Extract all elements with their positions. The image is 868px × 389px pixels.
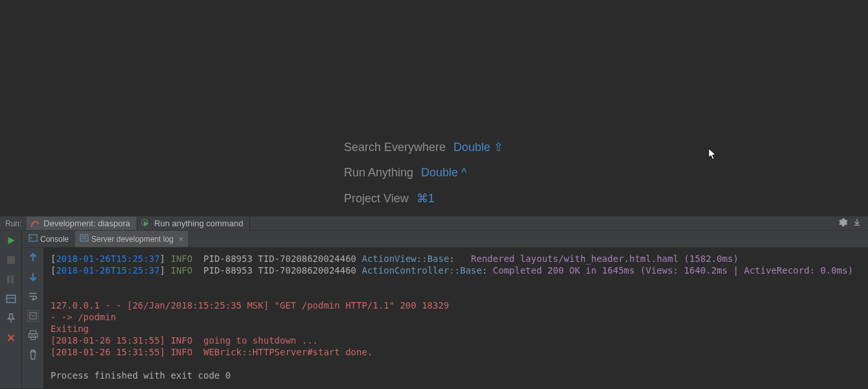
hint-search-everywhere: Search Everywhere Double ⇧ bbox=[344, 140, 503, 154]
tab-server-log[interactable]: Server development log × bbox=[74, 231, 189, 247]
log-line: 127.0.0.1 - - [26/Jan/2018:15:25:35 MSK]… bbox=[51, 300, 449, 311]
soft-wrap-icon[interactable] bbox=[27, 290, 39, 302]
log-line: - -> /podmin bbox=[51, 312, 116, 322]
run-tab-label: Development: diaspora bbox=[43, 218, 130, 228]
run-anything-icon bbox=[141, 219, 150, 228]
settings-icon[interactable] bbox=[838, 218, 847, 229]
close-icon[interactable] bbox=[5, 332, 17, 344]
run-label: Run: bbox=[0, 219, 27, 228]
tab-label: Console bbox=[40, 235, 69, 244]
run-header-actions bbox=[838, 218, 868, 229]
rails-config-icon bbox=[30, 219, 40, 228]
hint-run-anything: Run Anything Double ^ bbox=[344, 166, 503, 180]
svg-rect-9 bbox=[30, 312, 36, 319]
hint-project-view: Project View ⌘1 bbox=[344, 191, 503, 206]
run-tab-development[interactable]: Development: diaspora bbox=[27, 217, 137, 230]
hide-icon[interactable] bbox=[852, 218, 862, 229]
console-output[interactable]: [2018-01-26T15:25:37] INFO PID-88953 TID… bbox=[44, 248, 868, 388]
layout-icon[interactable] bbox=[5, 293, 17, 305]
run-tab-run-anything[interactable]: Run anything command bbox=[137, 217, 250, 230]
tab-console[interactable]: Console bbox=[23, 231, 74, 247]
svg-rect-10 bbox=[30, 331, 36, 334]
run-tab-label: Run anything command bbox=[154, 218, 243, 228]
rerun-icon[interactable] bbox=[5, 235, 17, 246]
editor-hints: Search Everywhere Double ⇧ Run Anything … bbox=[344, 140, 503, 217]
svg-rect-3 bbox=[6, 295, 16, 302]
hint-keystroke: Double ⇧ bbox=[453, 140, 503, 154]
pause-icon[interactable] bbox=[5, 274, 17, 285]
run-actions-gutter bbox=[0, 231, 22, 388]
exit-code-line: Process finished with exit code 0 bbox=[51, 370, 231, 381]
log-line: [2018-01-26 15:31:55] INFO WEBrick::HTTP… bbox=[51, 347, 372, 357]
run-subtabs: Console Server development log × bbox=[22, 231, 868, 248]
log-line: Exiting bbox=[51, 324, 89, 334]
log-line: [2018-01-26 15:31:55] INFO going to shut… bbox=[51, 335, 318, 346]
svg-marker-2 bbox=[8, 237, 14, 244]
editor-area: Search Everywhere Double ⇧ Run Anything … bbox=[0, 0, 868, 216]
hint-keystroke: ⌘1 bbox=[417, 191, 435, 206]
hint-label: Search Everywhere bbox=[344, 141, 446, 154]
scroll-up-icon[interactable] bbox=[27, 252, 39, 263]
hint-keystroke: Double ^ bbox=[421, 166, 467, 180]
trash-icon[interactable] bbox=[27, 349, 39, 360]
console-icon bbox=[29, 233, 38, 244]
hint-label: Project View bbox=[344, 192, 409, 206]
svg-rect-5 bbox=[29, 235, 37, 241]
stop-icon[interactable] bbox=[5, 254, 17, 266]
run-panel: Console Server development log × bbox=[0, 231, 868, 388]
print-icon[interactable] bbox=[27, 329, 39, 341]
hint-label: Run Anything bbox=[344, 166, 413, 180]
run-toolwindow-header: Run: Development: diaspora Run anything … bbox=[0, 216, 868, 231]
tab-label: Server development log bbox=[91, 235, 174, 244]
pin-icon[interactable] bbox=[5, 312, 17, 324]
close-tab-icon[interactable]: × bbox=[179, 234, 184, 244]
console-actions-gutter bbox=[22, 248, 44, 388]
log-icon bbox=[80, 233, 89, 244]
scroll-to-end-icon[interactable] bbox=[27, 310, 39, 322]
svg-rect-6 bbox=[80, 235, 88, 241]
scroll-down-icon[interactable] bbox=[27, 271, 39, 283]
mouse-cursor-icon bbox=[708, 148, 718, 161]
